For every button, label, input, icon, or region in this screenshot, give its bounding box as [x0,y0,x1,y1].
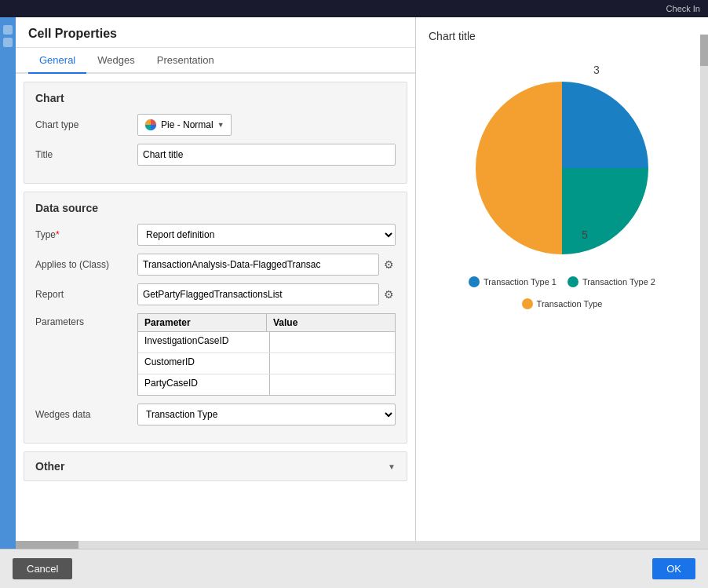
parameters-label: Parameters [35,313,137,327]
tab-general[interactable]: General [28,48,86,74]
chart-area: 3 5 Transaction Type 1 Transa [429,50,695,575]
type-required: * [56,229,60,240]
wedges-select[interactable]: Transaction Type Category Status [137,404,396,425]
sidebar-dot-2 [3,38,13,47]
slice-3 [476,82,562,254]
other-collapse-arrow: ▼ [388,462,396,471]
vertical-scrollbar [700,35,708,566]
cell-properties-panel: Cell Properties General Wedges Presentat… [16,17,416,588]
dialog-title: Cell Properties [16,17,415,48]
pie-icon [144,119,157,131]
chart-section-title: Chart [35,92,396,104]
top-bar: Check In [0,0,708,17]
param-val-1 [270,332,395,352]
report-gear-button[interactable]: ⚙ [382,287,396,302]
legend-dot-2 [567,276,578,287]
datasource-title: Data source [35,202,396,214]
datasource-section: Data source Type* Report definition Data… [24,192,407,444]
tab-wedges[interactable]: Wedges [86,48,145,74]
report-row: Report ⚙ [35,283,396,305]
type-row: Type* Report definition Data page Report [35,224,396,246]
bottom-bar: Cancel OK [0,549,708,588]
chart-label-3: 3 [593,64,600,76]
legend-item-2: Transaction Type 2 [567,276,655,287]
col-val-header: Value [267,314,395,331]
param-val-3 [270,374,395,395]
left-sidebar [0,17,16,588]
legend-label-2: Transaction Type 2 [582,277,655,287]
topbar-label: Check In [666,4,700,13]
chart-legend: Transaction Type 1 Transaction Type 2 Tr… [429,276,695,309]
wedges-label: Wedges data [35,409,137,420]
chart-title-input[interactable] [137,144,396,166]
param-row-1: InvestigationCaseID [138,332,395,353]
param-input-1[interactable] [273,334,392,351]
legend-item-3: Transaction Type [522,298,603,309]
chart-title-row: Title [35,144,396,166]
wedges-row: Wedges data Transaction Type Category St… [35,404,396,425]
param-name-2: CustomerID [138,353,270,374]
applies-gear-button[interactable]: ⚙ [382,257,396,272]
param-input-2[interactable] [273,355,392,372]
tab-presentation[interactable]: Presentation [146,48,225,74]
legend-label-3: Transaction Type [537,299,603,309]
legend-item-1: Transaction Type 1 [469,276,557,287]
col-param-header: Parameter [138,314,267,331]
report-input[interactable] [137,283,379,305]
other-section[interactable]: Other ▼ [24,451,407,481]
param-row-2: CustomerID [138,353,395,374]
panel-content: Chart Chart type Pie - Normal ▼ [16,74,415,588]
applies-input-group: ⚙ [137,254,396,276]
legend-dot-3 [522,298,533,309]
param-name-1: InvestigationCaseID [138,332,270,352]
cancel-button[interactable]: Cancel [13,558,72,579]
applies-label: Applies to (Class) [35,259,137,270]
horizontal-scroll-thumb[interactable] [16,541,78,549]
chart-title-label: Title [35,149,137,160]
parameters-table: Parameter Value InvestigationCaseID Cust… [137,313,396,396]
vertical-scroll-thumb[interactable] [700,35,708,66]
applies-row: Applies to (Class) ⚙ [35,254,396,276]
param-row-3: PartyCaseID [138,374,395,395]
type-select[interactable]: Report definition Data page Report [137,224,396,246]
report-input-group: ⚙ [137,283,396,305]
tabs-container: General Wedges Presentation [16,48,415,74]
slice-1 [562,82,648,168]
chart-type-button[interactable]: Pie - Normal ▼ [137,114,232,136]
chart-type-arrow: ▼ [217,121,224,129]
params-table-header: Parameter Value [138,314,395,332]
chart-section: Chart Chart type Pie - Normal ▼ [24,82,407,184]
chart-type-value: Pie - Normal [161,119,213,130]
slice-2 [562,168,648,254]
other-title: Other [35,460,64,473]
horizontal-scrollbar [16,541,708,549]
param-input-3[interactable] [273,376,392,393]
legend-label-1: Transaction Type 1 [484,277,557,287]
ok-button[interactable]: OK [652,558,695,579]
chart-preview-title: Chart title [429,30,695,42]
sidebar-dot-1 [3,25,13,35]
chart-preview-panel: Chart title 3 5 Transaction Typ [416,17,708,588]
param-name-3: PartyCaseID [138,374,270,395]
chart-label-5: 5 [582,228,588,241]
legend-dot-1 [469,276,480,287]
chart-type-label: Chart type [35,119,137,130]
pie-chart-svg: 3 5 [444,50,680,270]
report-label: Report [35,289,137,300]
type-label: Type* [35,229,137,240]
parameters-row: Parameters Parameter Value Investigation… [35,313,396,396]
param-val-2 [270,353,395,374]
chart-type-row: Chart type Pie - Normal ▼ [35,114,396,136]
applies-input[interactable] [137,254,379,276]
